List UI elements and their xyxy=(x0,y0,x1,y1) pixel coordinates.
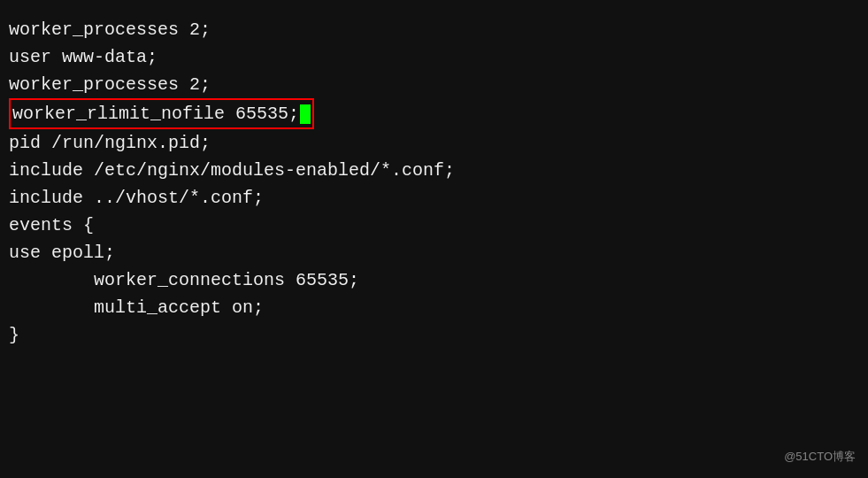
line-worker-processes-1: worker_processes 2; xyxy=(9,16,859,43)
code-block: worker_processes 2; user www-data; worke… xyxy=(9,16,859,349)
line-include-modules: include /etc/nginx/modules-enabled/*.con… xyxy=(9,157,859,184)
line-text: events { xyxy=(9,212,94,239)
line-pid: pid /run/nginx.pid; xyxy=(9,129,859,157)
line-text: } xyxy=(9,321,19,349)
line-events: events { xyxy=(9,212,859,239)
line-text: worker_processes 2; xyxy=(9,71,211,98)
cursor-block xyxy=(300,104,311,124)
line-multi-accept: multi_accept on; xyxy=(9,294,859,321)
line-text: worker_rlimit_nofile 65535; xyxy=(12,100,299,127)
line-text: worker_connections 65535; xyxy=(9,266,359,294)
line-closing-brace: } xyxy=(9,321,859,349)
highlight-box: worker_rlimit_nofile 65535; xyxy=(9,98,314,129)
line-text: use epoll; xyxy=(9,239,115,266)
line-text: multi_accept on; xyxy=(9,294,264,321)
line-worker-processes-2: worker_processes 2; xyxy=(9,71,859,98)
line-include-vhost: include ../vhost/*.conf; xyxy=(9,184,859,212)
line-text: include /etc/nginx/modules-enabled/*.con… xyxy=(9,157,455,184)
line-use-epoll: use epoll; xyxy=(9,239,859,266)
terminal-window: worker_processes 2; user www-data; worke… xyxy=(0,0,868,478)
line-text: pid /run/nginx.pid; xyxy=(9,129,211,157)
line-worker-rlimit: worker_rlimit_nofile 65535; xyxy=(9,98,859,129)
watermark: @51CTO博客 xyxy=(784,448,856,466)
line-worker-connections: worker_connections 65535; xyxy=(9,266,859,294)
line-text: user www-data; xyxy=(9,43,157,71)
line-text: worker_processes 2; xyxy=(9,16,211,43)
line-user: user www-data; xyxy=(9,43,859,71)
line-text: include ../vhost/*.conf; xyxy=(9,184,264,212)
